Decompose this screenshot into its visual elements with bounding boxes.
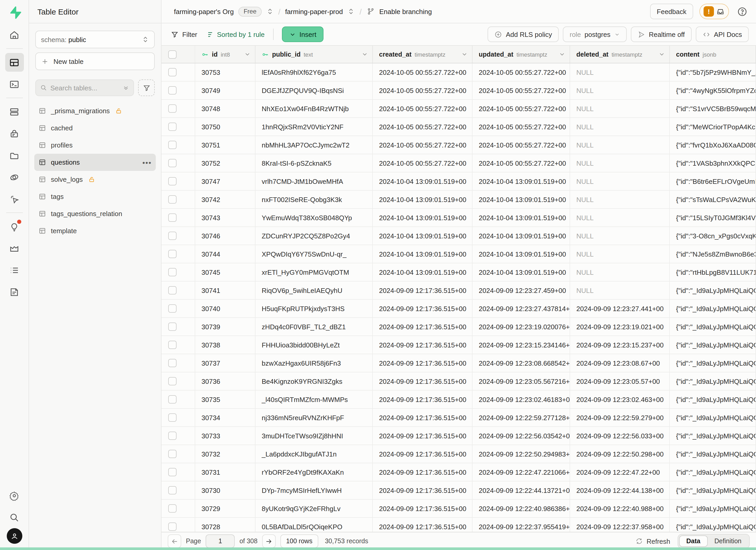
table-options-button[interactable]: •••	[143, 158, 152, 166]
cell-public-id[interactable]: 3muDHTceTWso9IZj8hHNI	[255, 427, 373, 445]
cell-created-at[interactable]: 2024-10-04 13:09:01.519+00	[373, 172, 473, 190]
cell-deleted-at[interactable]: 2024-09-09 12:22:44.138+00	[570, 481, 670, 499]
sidebar-item-realtime[interactable]	[5, 190, 24, 208]
search-rail-button[interactable]	[5, 508, 24, 527]
cell-id[interactable]: 30733	[195, 427, 255, 445]
sidebar-table-_prisma_migrations[interactable]: _prisma_migrations	[34, 102, 156, 119]
cell-updated-at[interactable]: 2024-10-04 13:09:01.519+00	[473, 263, 570, 281]
sidebar-item-sql-editor[interactable]	[5, 75, 24, 93]
row-checkbox[interactable]	[168, 413, 177, 422]
cell-created-at[interactable]: 2024-09-09 12:17:36.515+00	[373, 518, 473, 532]
cell-id[interactable]: 30753	[195, 63, 255, 81]
cell-updated-at[interactable]: 2024-10-04 13:09:01.519+00	[473, 209, 570, 226]
cell-public-id[interactable]: 1hnRQjxSRm2V0VticY2NF	[255, 118, 373, 136]
cell-content[interactable]: {"id":"_Id9aLyJpMHQLaiQG	[670, 463, 756, 481]
sidebar-item-edge-functions[interactable]	[5, 168, 24, 186]
cell-created-at[interactable]: 2024-09-09 12:17:36.515+00	[373, 463, 473, 481]
cell-id[interactable]: 30744	[195, 245, 255, 263]
cell-updated-at[interactable]: 2024-10-04 13:09:01.519+00	[473, 191, 570, 208]
cell-deleted-at[interactable]: 2024-09-09 12:22:47.22+00	[570, 463, 670, 481]
cell-content[interactable]: {"id":"MeWCriorTPopA4Kc9	[670, 118, 756, 136]
schema-select[interactable]: schema: public	[35, 31, 155, 48]
cell-public-id[interactable]: YwEmuWdqT38XoSB048QYp	[255, 209, 373, 226]
prev-page-button[interactable]	[168, 534, 181, 548]
enable-branching-button[interactable]: Enable branching	[379, 8, 432, 15]
cell-created-at[interactable]: 2024-10-05 00:55:27.722+00	[373, 154, 473, 172]
row-checkbox[interactable]	[168, 123, 177, 131]
row-checkbox[interactable]	[168, 159, 177, 167]
cell-updated-at[interactable]: 2024-10-05 00:55:27.722+00	[473, 100, 570, 117]
cell-id[interactable]: 30739	[195, 318, 255, 336]
sidebar-table-profiles[interactable]: profiles	[34, 137, 156, 154]
row-checkbox[interactable]	[168, 395, 177, 404]
column-header-created_at[interactable]: created_attimestamptz	[373, 46, 473, 63]
cell-id[interactable]: 30738	[195, 336, 255, 354]
sidebar-item-storage[interactable]	[5, 146, 24, 165]
tab-data[interactable]: Data	[679, 535, 708, 547]
cell-deleted-at[interactable]: NULL	[570, 172, 670, 190]
cell-created-at[interactable]: 2024-09-09 12:17:36.515+00	[373, 427, 473, 445]
row-checkbox[interactable]	[168, 68, 177, 76]
cell-content[interactable]: {"id":"_Id9aLyJpMHQLaiQG	[670, 500, 756, 517]
cell-content[interactable]: {"id":"5b7j5Pz9WHBNmY_A	[670, 63, 756, 81]
api-docs-button[interactable]: API Docs	[696, 26, 749, 42]
cell-created-at[interactable]: 2024-09-09 12:17:36.515+00	[373, 481, 473, 499]
notifications-button[interactable]: !	[699, 4, 729, 19]
chevron-down-icon[interactable]	[361, 51, 368, 58]
insert-button[interactable]: Insert	[282, 26, 323, 42]
new-table-button[interactable]: New table	[35, 52, 155, 70]
cell-deleted-at[interactable]: NULL	[570, 154, 670, 172]
cell-created-at[interactable]: 2024-10-04 13:09:01.519+00	[373, 245, 473, 263]
cell-updated-at[interactable]: 2024-09-09 12:22:37.955419+00	[473, 518, 570, 532]
cell-updated-at[interactable]: 2024-09-09 12:23:27.459+00	[473, 281, 570, 299]
cell-id[interactable]: 30728	[195, 518, 255, 532]
next-page-button[interactable]	[262, 534, 276, 548]
cell-deleted-at[interactable]: 2024-09-09 12:23:08.67+00	[570, 354, 670, 372]
cell-updated-at[interactable]: 2024-10-04 13:09:01.519+00	[473, 245, 570, 263]
row-checkbox[interactable]	[168, 286, 177, 294]
row-checkbox[interactable]	[168, 504, 177, 513]
cell-updated-at[interactable]: 2024-09-09 12:22:40.986386+00	[473, 500, 570, 517]
cell-public-id[interactable]: ZDCunRYJP2CQ5Z8Po2Gy4	[255, 227, 373, 245]
cell-deleted-at[interactable]: NULL	[570, 100, 670, 117]
cell-public-id[interactable]: NhXEo1Xw04FnB4RzWTNjb	[255, 100, 373, 117]
cell-public-id[interactable]: DYp-7mcyMSIrHefLYIwwH	[255, 481, 373, 499]
cell-created-at[interactable]: 2024-10-04 13:09:01.519+00	[373, 209, 473, 226]
cell-updated-at[interactable]: 2024-09-09 12:23:15.234146+00	[473, 336, 570, 354]
sidebar-table-tags[interactable]: tags	[34, 188, 156, 205]
cell-updated-at[interactable]: 2024-10-04 13:09:01.519+00	[473, 172, 570, 190]
plan-badge[interactable]: Free	[238, 6, 261, 16]
feedback-button[interactable]: Feedback	[650, 4, 693, 19]
sidebar-table-tags_questions_relation[interactable]: tags_questions_relation	[34, 205, 156, 222]
row-checkbox[interactable]	[168, 486, 177, 494]
cell-public-id[interactable]: H5uqFKpRUTPkjxdysT3HS	[255, 300, 373, 317]
cell-created-at[interactable]: 2024-10-05 00:55:27.722+00	[373, 136, 473, 154]
cell-created-at[interactable]: 2024-10-04 13:09:01.519+00	[373, 227, 473, 245]
cell-id[interactable]: 30731	[195, 463, 255, 481]
cell-created-at[interactable]: 2024-10-05 00:55:27.722+00	[373, 100, 473, 117]
cell-deleted-at[interactable]: NULL	[570, 209, 670, 226]
cell-created-at[interactable]: 2024-09-09 12:17:36.515+00	[373, 281, 473, 299]
row-checkbox[interactable]	[168, 432, 177, 440]
sidebar-item-auth[interactable]	[5, 124, 24, 143]
row-checkbox[interactable]	[168, 250, 177, 258]
cell-public-id[interactable]: XPQwDIqY6Y75SwDnU-qr_	[255, 245, 373, 263]
cell-content[interactable]: {"id":"_Id9aLyJpMHQLaiQG	[670, 518, 756, 532]
row-checkbox[interactable]	[168, 268, 177, 276]
cell-updated-at[interactable]: 2024-09-09 12:22:56.03542+00	[473, 427, 570, 445]
cell-content[interactable]: {"id":"fvrQ1bXoJ6XaAD08G	[670, 136, 756, 154]
cell-updated-at[interactable]: 2024-09-09 12:22:44.13721+00	[473, 481, 570, 499]
column-header-updated_at[interactable]: updated_attimestamptz	[473, 46, 570, 63]
cell-id[interactable]: 30741	[195, 281, 255, 299]
filter-tables-button[interactable]	[138, 79, 155, 96]
cell-created-at[interactable]: 2024-09-09 12:17:36.515+00	[373, 372, 473, 390]
cell-content[interactable]: {"id":"_Id9aLyJpMHQLaiQG	[670, 445, 756, 463]
cell-id[interactable]: 30747	[195, 172, 255, 190]
cell-created-at[interactable]: 2024-09-09 12:17:36.515+00	[373, 500, 473, 517]
cell-content[interactable]: {"id":"NJe5s8ZmBwnoB6e3s	[670, 245, 756, 263]
cell-deleted-at[interactable]: 2024-09-09 12:23:19.021+00	[570, 318, 670, 336]
sidebar-item-database[interactable]	[5, 102, 24, 121]
column-header-public_id[interactable]: public_idtext	[255, 46, 373, 63]
org-name[interactable]: farming-paper's Org	[174, 8, 234, 15]
cell-deleted-at[interactable]: 2024-09-09 12:23:15.237+00	[570, 336, 670, 354]
